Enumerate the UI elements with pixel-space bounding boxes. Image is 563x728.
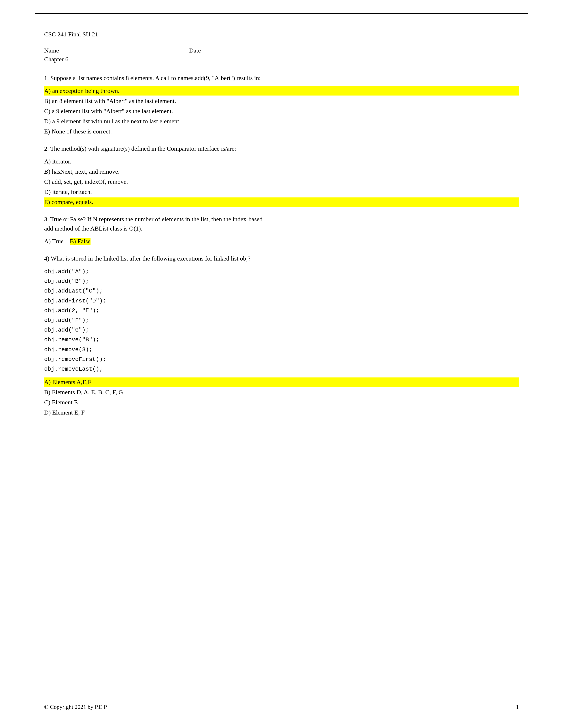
footer-copyright: © Copyright 2021 by P.E.P.: [44, 704, 108, 710]
name-label: Name: [44, 47, 59, 54]
question-1-answer-a: A) an exception being thrown.: [44, 86, 519, 96]
name-date-row: Name Date: [44, 47, 519, 54]
question-2-answer-b: B) hasNext, next, and remove.: [44, 167, 519, 176]
chapter-link: Chapter 6: [44, 56, 519, 63]
question-4-text: 4) What is stored in the linked list aft…: [44, 254, 519, 263]
question-3-answer-b: B) False: [70, 238, 90, 245]
footer: © Copyright 2021 by P.E.P. 1: [44, 704, 519, 710]
question-4: 4) What is stored in the linked list aft…: [44, 254, 519, 417]
question-1-number: 1. Suppose a list names contains 8 eleme…: [44, 75, 261, 81]
question-3-answers: A) True B) False: [44, 237, 519, 246]
question-4-answer-b: B) Elements D, A, E, B, C, F, G: [44, 388, 519, 397]
question-1: 1. Suppose a list names contains 8 eleme…: [44, 73, 519, 136]
question-1-answer-e: E) None of these is correct.: [44, 127, 519, 136]
question-2-answer-d: D) iterate, forEach.: [44, 187, 519, 197]
question-2-answer-e: E) compare, equals.: [44, 197, 519, 207]
question-2-number: 2. The method(s) with signature(s) defin…: [44, 145, 236, 152]
question-1-text: 1. Suppose a list names contains 8 eleme…: [44, 73, 519, 83]
top-border: [35, 13, 528, 14]
question-2: 2. The method(s) with signature(s) defin…: [44, 144, 519, 207]
date-line: [203, 47, 269, 54]
question-1-answer-d: D) a 9 element list with null as the nex…: [44, 117, 519, 126]
question-4-answer-d: D) Element E, F: [44, 408, 519, 417]
question-3-answer-a: A) True: [44, 238, 64, 245]
question-3-text: 3. True or False? If N represents the nu…: [44, 215, 519, 233]
question-1-answer-c: C) a 9 element list with "Albert" as the…: [44, 107, 519, 116]
question-2-answer-a: A) iterator.: [44, 157, 519, 166]
question-4-answer-c: C) Element E: [44, 398, 519, 407]
question-2-text: 2. The method(s) with signature(s) defin…: [44, 144, 519, 153]
question-4-answer-a: A) Elements A,E,F: [44, 377, 519, 387]
page: CSC 241 Final SU 21 Name Date Chapter 6 …: [0, 0, 563, 728]
question-3: 3. True or False? If N represents the nu…: [44, 215, 519, 246]
name-line: [61, 47, 176, 54]
doc-title: CSC 241 Final SU 21: [44, 31, 519, 38]
question-1-answer-b: B) an 8 element list with "Albert" as th…: [44, 96, 519, 106]
question-4-code: obj.add("A"); obj.add("B"); obj.addLast(…: [44, 267, 519, 374]
footer-page: 1: [516, 704, 519, 710]
question-2-answer-c: C) add, set, get, indexOf, remove.: [44, 177, 519, 186]
date-label: Date: [189, 47, 201, 54]
